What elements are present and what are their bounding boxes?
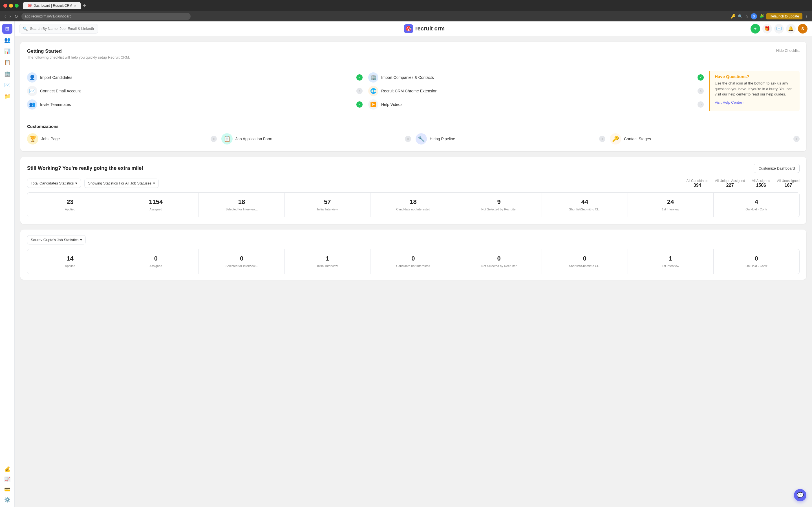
stat-label: Candidate not Interested (374, 207, 453, 211)
visit-help-center-link[interactable]: Visit Help Center › (715, 100, 744, 105)
all-candidates-label: All Candidates (686, 179, 708, 183)
filter-job-statuses[interactable]: Showing Statistics For All Job Statuses … (84, 179, 159, 188)
filter2-chevron-icon: ▾ (153, 181, 155, 185)
back-button[interactable]: ‹ (3, 14, 7, 19)
checklist-invite-teammates: 👥 Invite Teammates ✓ (27, 98, 363, 111)
checklist-right: 🏢 Import Companies & Contacts ✓ 🌐 Recrui… (368, 71, 704, 111)
hiring-pipeline-icon: 🔧 (418, 135, 425, 142)
stat-number: 1 (288, 255, 367, 262)
help-videos-check: ○ (698, 101, 704, 108)
password-icon[interactable]: 🔑 (731, 14, 735, 18)
card-header: Getting Started The following checklist … (27, 48, 800, 65)
sidebar-item-candidates[interactable]: 👥 (2, 35, 12, 45)
card-subtitle: The following checklist will help you qu… (27, 55, 130, 59)
tab-close-icon[interactable]: ✕ (74, 4, 76, 7)
search-container[interactable]: 🔍 (19, 24, 98, 34)
window-controls[interactable] (3, 4, 18, 8)
documents-icon: 📁 (4, 93, 10, 100)
sidebar-item-analytics[interactable]: 📊 (2, 46, 12, 56)
getting-started-card: Getting Started The following checklist … (20, 42, 806, 151)
card-title: Getting Started (27, 48, 130, 54)
search-input[interactable] (30, 26, 94, 31)
help-title: Have Questions? (715, 74, 795, 79)
chat-widget[interactable]: 💬 (794, 489, 806, 501)
stat-label: On Hold - Contr (717, 264, 796, 268)
checklist-chrome-ext: 🌐 Recruit CRM Chrome Extension ○ (368, 84, 704, 98)
stats-header: Still Working? You're really going the e… (27, 164, 800, 173)
dashboard-icon: ⊞ (5, 25, 9, 32)
filter-job-stats[interactable]: Saurav Gupta's Job Statistics ▾ (27, 235, 86, 244)
close-btn[interactable] (3, 4, 7, 8)
reload-button[interactable]: ↻ (13, 14, 19, 19)
logo-text: recruit crm (415, 25, 445, 32)
stat-cell: 23Applied (28, 193, 113, 217)
stat-cell: 4On Hold - Contr (714, 193, 799, 217)
checklist-import-companies: 🏢 Import Companies & Contacts ✓ (368, 71, 704, 84)
import-companies-icon-wrap: 🏢 (368, 72, 378, 82)
sidebar-item-billing[interactable]: 💳 (2, 485, 12, 495)
maximize-btn[interactable] (15, 4, 18, 8)
active-tab[interactable]: 🎯 Dashboard | Recruit CRM ✕ (23, 2, 81, 9)
job-stats-filter-label: Saurav Gupta's Job Statistics (31, 238, 79, 242)
sidebar-item-companies[interactable]: 🏢 (2, 69, 12, 79)
extensions-icon[interactable]: 🧩 (759, 14, 764, 18)
stat-label: 1st Interview (631, 207, 710, 211)
checklist-help-videos: ▶️ Help Videos ○ (368, 98, 704, 111)
summary-unique-assigned: All Unique Assigned 227 (715, 179, 745, 188)
menu-icon[interactable]: ⋮ (805, 14, 809, 18)
import-companies-check: ✓ (698, 74, 704, 80)
job-app-form-icon: 📋 (223, 135, 231, 142)
bookmark-icon[interactable]: ☆ (745, 14, 749, 18)
hiring-pipeline-label: Hiring Pipeline (430, 136, 596, 141)
zoom-icon[interactable]: 🔍 (738, 14, 743, 18)
nav-buttons[interactable]: ‹ › ↻ (3, 14, 19, 19)
relaunch-button[interactable]: Relaunch to update (766, 13, 802, 19)
forward-button[interactable]: › (8, 14, 12, 19)
stat-label: Not Selected by Recruiter (460, 264, 538, 268)
stat-label: 1st Interview (631, 264, 710, 268)
stat-label: Assigned (116, 264, 195, 268)
stat-label: Assigned (116, 207, 195, 211)
help-videos-icon-wrap: ▶️ (368, 100, 378, 110)
filter-total-candidates[interactable]: Total Candidates Statistics ▾ (27, 179, 81, 188)
stat-label: Initial Interview (288, 264, 367, 268)
help-text: Use the chat icon at the bottom to ask u… (715, 80, 795, 97)
filter2-label: Showing Statistics For All Job Statuses (88, 181, 151, 185)
email-icon: ✉️ (4, 82, 10, 88)
contact-stages-icon-wrap: 🔑 (610, 133, 621, 145)
help-box: Have Questions? Use the chat icon at the… (709, 71, 800, 111)
job-app-form-icon-wrap: 📋 (221, 133, 233, 145)
connect-email-check: ○ (356, 88, 363, 94)
mail-icon-btn[interactable]: ✉️ (774, 24, 784, 34)
sidebar-item-settings[interactable]: ⚙️ (2, 495, 12, 505)
minimize-btn[interactable] (9, 4, 13, 8)
sidebar-item-money[interactable]: 💰 (2, 464, 12, 474)
sidebar-item-email[interactable]: ✉️ (2, 80, 12, 90)
customize-dashboard-button[interactable]: Customize Dashboard (754, 164, 800, 173)
sidebar-item-documents[interactable]: 📁 (2, 91, 12, 101)
custom-job-app-form: 📋 Job Application Form ○ (221, 133, 411, 145)
sidebar-item-dashboard[interactable]: ⊞ (2, 24, 12, 34)
new-tab-button[interactable]: + (82, 3, 87, 9)
sidebar-item-jobs[interactable]: 📋 (2, 57, 12, 68)
tab-favicon: 🎯 (28, 4, 32, 8)
invite-teammates-icon-wrap: 👥 (27, 100, 37, 110)
tab-title: Dashboard | Recruit CRM (34, 4, 72, 8)
video-icon: ▶️ (370, 101, 376, 108)
custom-contact-stages: 🔑 Contact Stages ○ (610, 133, 800, 145)
import-candidates-label: Import Candidates (40, 75, 354, 80)
custom-hiring-pipeline: 🔧 Hiring Pipeline ○ (416, 133, 605, 145)
stat-number: 0 (202, 255, 281, 262)
hide-checklist-button[interactable]: Hide Checklist (776, 48, 800, 53)
job-stats-filter: Saurav Gupta's Job Statistics ▾ (27, 235, 800, 244)
profile-b-icon[interactable]: B (751, 13, 757, 19)
import-candidates-icon-wrap: 👤 (27, 72, 37, 82)
url-bar[interactable]: app.recruitcrm.io/v1/dashboard (21, 13, 191, 20)
all-unassigned-value: 167 (777, 183, 800, 188)
user-avatar[interactable]: S (798, 24, 808, 34)
add-button[interactable]: + (751, 24, 760, 34)
bell-icon-btn[interactable]: 🔔 (786, 24, 796, 34)
companies-checklist-icon: 🏢 (370, 74, 376, 80)
sidebar-item-reports[interactable]: 📈 (2, 474, 12, 485)
gift-icon-btn[interactable]: 🎁 (762, 24, 772, 34)
